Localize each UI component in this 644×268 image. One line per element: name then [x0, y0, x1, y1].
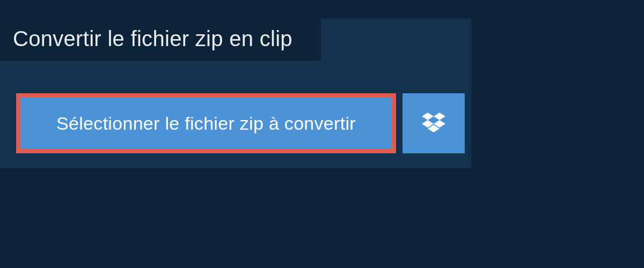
select-file-button[interactable]: Sélectionner le fichier zip à convertir — [16, 93, 396, 153]
dropbox-icon — [422, 113, 445, 134]
page-title: Convertir le fichier zip en clip — [13, 27, 304, 51]
svg-marker-1 — [434, 113, 445, 120]
svg-marker-0 — [422, 113, 434, 120]
page-title-container: Convertir le fichier zip en clip — [0, 18, 321, 61]
action-row: Sélectionner le fichier zip à convertir — [16, 93, 465, 153]
select-file-label: Sélectionner le fichier zip à convertir — [56, 113, 356, 134]
dropbox-button[interactable] — [402, 93, 465, 153]
